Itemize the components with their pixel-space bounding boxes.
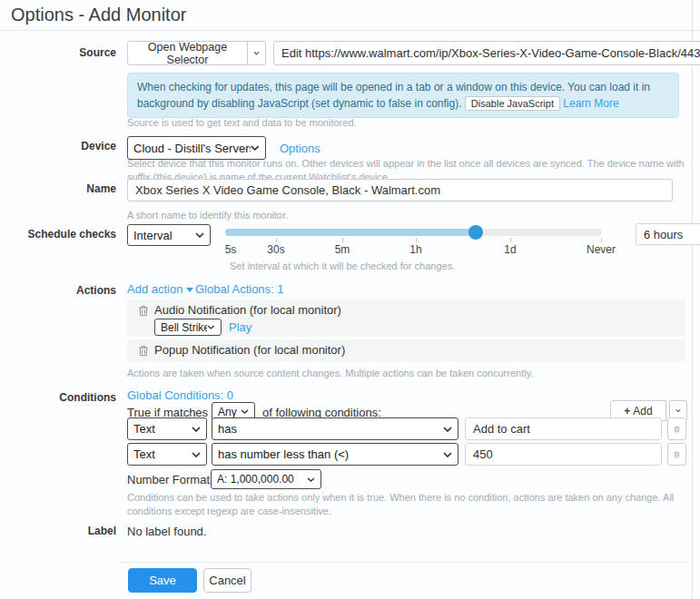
condition-operator-select[interactable]: has xyxy=(212,417,458,440)
edit-url-link[interactable]: Edit https://www.walmart.com/ip/Xbox-Ser… xyxy=(273,41,700,65)
action-item-audio: Audio Notification (for local monitor) B… xyxy=(127,300,685,337)
action-item-popup: Popup Notification (for local monitor) xyxy=(127,339,685,361)
number-format-label: Number Format: xyxy=(127,473,213,486)
trash-icon xyxy=(138,345,149,357)
match-select-value: Any xyxy=(218,406,237,418)
slider-tick xyxy=(601,238,602,242)
condition-operator-value: has xyxy=(218,422,237,436)
interval-value-input[interactable] xyxy=(636,223,700,245)
add-action-link[interactable]: Add action xyxy=(127,282,193,296)
chevron-down-icon xyxy=(253,51,260,55)
chevron-down-icon xyxy=(675,408,681,413)
header-divider xyxy=(0,30,700,31)
monitor-name-input[interactable] xyxy=(127,179,673,201)
save-button[interactable]: Save xyxy=(128,568,197,593)
info-alert: When checking for updates, this page wil… xyxy=(127,73,679,118)
play-sound-link[interactable]: Play xyxy=(229,320,251,334)
footer-divider xyxy=(118,562,687,563)
chevron-down-icon xyxy=(241,409,249,414)
condition-field-value: Text xyxy=(133,422,155,436)
source-help: Source is used to get text and data to b… xyxy=(127,116,357,130)
name-help: A short name to identify this monitor. xyxy=(127,209,288,222)
global-conditions-link[interactable]: Global Conditions: 0 xyxy=(127,388,233,402)
label-section-label: Label xyxy=(0,525,116,537)
trash-icon xyxy=(674,424,680,435)
slider-tick-label: Never xyxy=(587,243,616,256)
schedule-help: Set interval at which it will be checked… xyxy=(230,260,455,273)
actions-help: Actions are taken when source content ch… xyxy=(127,367,533,380)
panel-divider xyxy=(692,0,693,599)
slider-tick xyxy=(416,238,417,242)
cancel-button[interactable]: Cancel xyxy=(203,568,251,593)
chevron-down-icon xyxy=(186,288,193,292)
chevron-down-icon xyxy=(443,452,452,457)
condition-field-select[interactable]: Text xyxy=(127,443,207,466)
schedule-mode-value: Interval xyxy=(133,229,173,242)
schedule-label: Schedule checks xyxy=(0,228,116,241)
name-label: Name xyxy=(0,182,116,195)
device-label: Device xyxy=(0,140,116,152)
chevron-down-icon xyxy=(251,145,260,151)
interval-slider-fill xyxy=(225,229,476,236)
conditions-help: Conditions can be used to take actions o… xyxy=(127,491,685,518)
slider-tick xyxy=(342,238,343,242)
interval-slider-track[interactable] xyxy=(225,229,602,236)
label-status-text: No label found. xyxy=(127,525,206,538)
options-page: Options - Add Monitor Source Open Webpag… xyxy=(0,0,700,599)
chevron-down-icon xyxy=(192,427,201,432)
open-webpage-selector-button[interactable]: Open Webpage Selector xyxy=(127,41,248,65)
condition-value-input[interactable] xyxy=(465,443,662,466)
slider-tick-label: 5s xyxy=(225,243,237,256)
trash-icon xyxy=(138,305,149,317)
delete-action-icon[interactable] xyxy=(138,344,149,360)
sound-select[interactable]: Bell Strike xyxy=(154,319,222,336)
sound-select-value: Bell Strike xyxy=(161,321,207,334)
trash-icon xyxy=(674,449,680,460)
condition-operator-value: has number less than (<) xyxy=(218,447,349,461)
condition-field-value: Text xyxy=(133,447,155,461)
chevron-down-icon xyxy=(192,452,201,457)
number-format-select[interactable]: A: 1,000,000.00 xyxy=(211,469,321,489)
condition-value-input[interactable] xyxy=(465,417,662,440)
delete-action-icon[interactable] xyxy=(138,304,149,320)
condition-field-select[interactable]: Text xyxy=(127,417,207,440)
add-action-label: Add action xyxy=(127,282,182,296)
slider-tick-label: 1h xyxy=(409,243,421,256)
schedule-mode-select[interactable]: Interval xyxy=(127,224,211,246)
delete-condition-button[interactable] xyxy=(667,417,686,440)
delete-condition-button[interactable] xyxy=(667,443,686,466)
chevron-down-icon xyxy=(195,232,204,238)
learn-more-link[interactable]: Learn More xyxy=(563,97,618,110)
add-condition-label: Add xyxy=(633,405,652,417)
slider-tick-label: 1d xyxy=(504,243,516,256)
slider-tick-label: 5m xyxy=(335,243,350,256)
slider-tick xyxy=(510,238,511,242)
device-options-link[interactable]: Options xyxy=(280,142,320,155)
slider-tick xyxy=(276,238,277,242)
condition-operator-select[interactable]: has number less than (<) xyxy=(212,443,458,466)
actions-label: Actions xyxy=(0,284,116,297)
action-title: Popup Notification (for local monitor) xyxy=(154,343,345,357)
slider-tick-label: 30s xyxy=(267,243,284,256)
page-title: Options - Add Monitor xyxy=(11,5,186,25)
plus-icon: + xyxy=(624,405,630,417)
chevron-down-icon xyxy=(207,325,215,329)
action-title: Audio Notification (for local monitor) xyxy=(154,303,341,317)
number-format-value: A: 1,000,000.00 xyxy=(217,473,294,486)
global-actions-link[interactable]: Global Actions: 1 xyxy=(195,282,284,296)
selector-dropdown-button[interactable] xyxy=(247,41,266,65)
source-label: Source xyxy=(0,46,116,59)
disable-javascript-button[interactable]: Disable JavaScript xyxy=(465,96,560,111)
chevron-down-icon xyxy=(443,427,452,432)
device-select-value: Cloud - Distill's Servers xyxy=(133,142,251,155)
conditions-label: Conditions xyxy=(0,391,116,404)
chevron-down-icon xyxy=(307,477,315,482)
interval-slider-handle[interactable] xyxy=(468,225,483,240)
